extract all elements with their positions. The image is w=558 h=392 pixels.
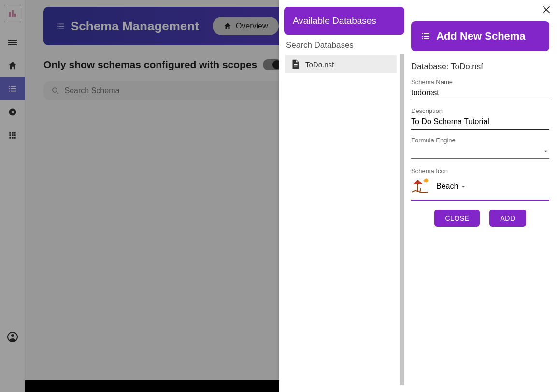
- formula-engine-label: Formula Engine: [411, 137, 549, 144]
- schema-icon-label: Schema Icon: [411, 168, 549, 175]
- database-item-label: ToDo.nsf: [305, 60, 334, 69]
- close-panel-button[interactable]: [542, 5, 551, 14]
- form-actions: CLOSE ADD: [411, 210, 549, 227]
- close-icon: [542, 5, 551, 14]
- add-schema-panel: Available Databases Search Databases ToD…: [279, 0, 558, 392]
- add-button[interactable]: ADD: [489, 210, 526, 227]
- svg-line-11: [420, 188, 421, 192]
- list-icon: [420, 30, 431, 42]
- selected-database: Database: ToDo.nsf: [411, 62, 549, 71]
- database-item[interactable]: ToDo.nsf: [285, 55, 397, 73]
- description-input[interactable]: [411, 114, 549, 130]
- available-databases-header: Available Databases: [284, 7, 404, 35]
- schema-name-label: Schema Name: [411, 78, 549, 85]
- modal-backdrop[interactable]: [0, 0, 279, 392]
- chevron-down-icon: [543, 148, 549, 154]
- database-list[interactable]: ToDo.nsf: [284, 54, 404, 385]
- svg-point-5: [424, 179, 428, 182]
- schema-icon-value: Beach: [436, 182, 466, 191]
- close-button[interactable]: CLOSE: [434, 210, 480, 227]
- database-column: Available Databases Search Databases ToD…: [279, 0, 404, 392]
- beach-icon: [411, 178, 429, 195]
- schema-name-input[interactable]: [411, 85, 549, 100]
- form-column: Add New Schema Database: ToDo.nsf Schema…: [404, 0, 558, 392]
- add-new-schema-header: Add New Schema: [411, 21, 549, 51]
- schema-icon-select[interactable]: Beach: [411, 178, 549, 201]
- file-icon: [290, 59, 300, 70]
- search-databases-label: Search Databases: [286, 41, 404, 50]
- chevron-down-icon: [460, 184, 466, 190]
- formula-engine-select[interactable]: [411, 144, 549, 159]
- description-label: Description: [411, 107, 549, 114]
